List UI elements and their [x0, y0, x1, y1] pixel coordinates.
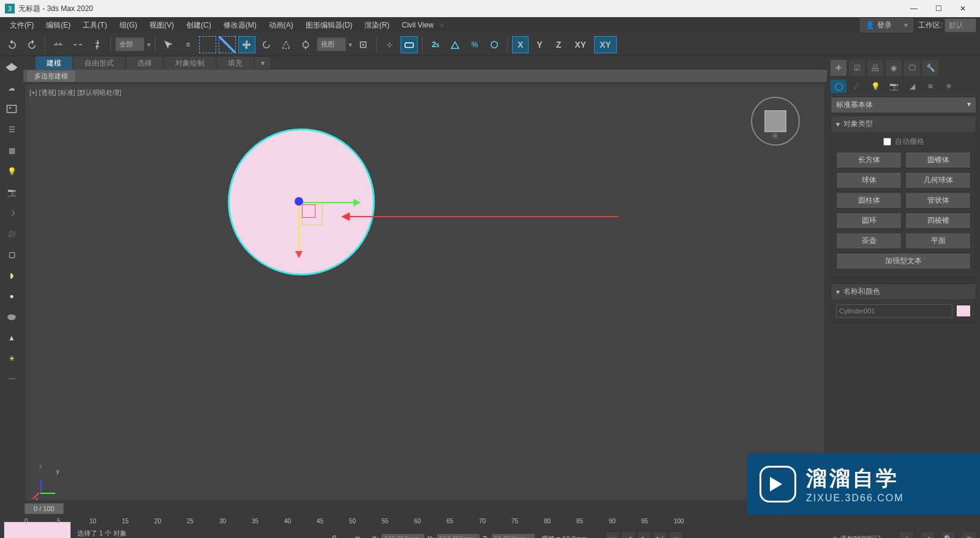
cone-icon[interactable]: ▲	[3, 329, 20, 346]
spacewarps-subtab[interactable]: ≋	[922, 80, 938, 93]
next-frame-button[interactable]: ▶|	[653, 531, 668, 538]
pyramid-button[interactable]: 四棱锥	[905, 212, 971, 229]
light-icon[interactable]: 💡	[3, 163, 20, 180]
sphere-icon[interactable]: ●	[3, 288, 20, 305]
tab-modeling[interactable]: 建模	[36, 56, 72, 70]
hierarchy-tab[interactable]: 品	[867, 60, 883, 76]
cylinder-button[interactable]: 圆柱体	[836, 192, 902, 209]
object-name-input[interactable]	[836, 304, 952, 318]
selection-filter[interactable]: 全部	[115, 37, 145, 51]
tab-freeform[interactable]: 自由形式	[74, 56, 125, 70]
plane-button[interactable]: 平面	[905, 233, 971, 249]
viewport-nav-1[interactable]: ⊹	[899, 531, 914, 538]
menu-group[interactable]: 组(G)	[113, 18, 143, 33]
select-scale-button[interactable]	[277, 36, 295, 53]
rollout-header-object-type[interactable]: ▾对象类型	[831, 116, 976, 132]
object-color-swatch[interactable]	[956, 305, 971, 317]
dome-icon[interactable]: ◗	[3, 267, 20, 284]
use-pivot-center-button[interactable]	[355, 36, 372, 53]
gizmo-y-axis[interactable]	[298, 202, 300, 257]
create-tab[interactable]: ✚	[831, 60, 846, 76]
geometry-subtab[interactable]: ◯	[831, 80, 846, 93]
lights-subtab[interactable]: 💡	[867, 80, 883, 93]
restrict-x-button[interactable]: X	[512, 36, 529, 53]
goto-end-button[interactable]: ⏭	[669, 531, 684, 538]
selection-lock-icon[interactable]: 🔒	[326, 530, 343, 538]
viewport-nav-4[interactable]: ⟳	[962, 531, 976, 538]
select-region-button[interactable]	[199, 36, 216, 53]
redo-button[interactable]	[23, 36, 40, 53]
angle-snap-button[interactable]	[447, 36, 464, 53]
teapot2-icon[interactable]	[3, 308, 20, 326]
ref-coord-system[interactable]: 视图	[317, 37, 346, 51]
restrict-y-button[interactable]: Y	[531, 36, 548, 53]
square-icon[interactable]: ▢	[3, 246, 20, 263]
maximize-button[interactable]: ☐	[926, 0, 951, 17]
teapot-icon[interactable]	[3, 59, 20, 76]
sphere-button[interactable]: 球体	[836, 172, 902, 189]
gizmo-x-axis[interactable]	[298, 202, 360, 203]
select-move-button[interactable]	[238, 36, 255, 53]
camera-icon[interactable]: 📷	[3, 184, 20, 201]
viewport-label[interactable]: [+] [透视] [标准] [默认明暗处理]	[29, 88, 121, 97]
autogrid-checkbox[interactable]: 自动栅格	[836, 136, 971, 147]
spinner-snap-button[interactable]	[486, 36, 503, 53]
z-coord-input[interactable]	[491, 533, 535, 538]
grid-icon[interactable]: ▦	[3, 142, 20, 159]
time-slider-thumb[interactable]: 0 / 100	[24, 503, 64, 514]
goto-start-button[interactable]: ⏮	[605, 531, 620, 538]
prev-frame-button[interactable]: ◀	[621, 531, 636, 538]
videocam-icon[interactable]: 🎥	[3, 225, 20, 242]
keyboard-shortcut-override-button[interactable]	[401, 36, 418, 53]
select-place-button[interactable]	[297, 36, 314, 53]
menu-tools[interactable]: 工具(T)	[77, 18, 113, 33]
undo-button[interactable]	[4, 36, 21, 53]
select-object-button[interactable]	[160, 36, 177, 53]
percent-snap-button[interactable]: %	[466, 36, 483, 53]
menu-file[interactable]: 文件(F)	[4, 18, 40, 33]
play-button[interactable]: ▶	[637, 531, 652, 538]
sign-in-button[interactable]: 👤 登录 ▾	[860, 18, 913, 32]
textplus-button[interactable]: 加强型文本	[836, 253, 971, 269]
list-icon[interactable]: ☰	[3, 121, 20, 138]
helpers-subtab[interactable]: ◢	[904, 80, 920, 93]
select-manipulate-button[interactable]: ⊹	[381, 36, 398, 53]
transform-type-in-icon[interactable]: ⊞	[349, 530, 366, 538]
tube-button[interactable]: 管状体	[905, 192, 971, 209]
menu-civilview[interactable]: Civil View	[396, 18, 440, 32]
tab-populate[interactable]: 填充	[217, 56, 254, 70]
cone-button[interactable]: 圆锥体	[905, 152, 971, 168]
menu-create[interactable]: 创建(C)	[180, 18, 217, 33]
image-icon[interactable]	[3, 100, 20, 118]
timetag-icon[interactable]: ⊙	[832, 535, 838, 539]
menu-rendering[interactable]: 渲染(R)	[358, 18, 396, 33]
bind-button[interactable]	[89, 36, 106, 53]
torus-button[interactable]: 圆环	[836, 212, 902, 229]
time-ruler[interactable]: 0510152025303540455055606570758085909510…	[0, 515, 980, 527]
tab-selection[interactable]: 选择	[126, 56, 163, 70]
unlink-button[interactable]	[69, 36, 86, 53]
menu-views[interactable]: 视图(V)	[143, 18, 180, 33]
viewport-nav-2[interactable]: ⤢	[920, 531, 935, 538]
geosphere-button[interactable]: 几何球体	[905, 172, 971, 189]
move-gizmo[interactable]	[298, 201, 372, 274]
snap-toggle-button[interactable]: 2₅	[427, 36, 444, 53]
select-by-name-button[interactable]: ≡	[179, 36, 197, 53]
viewport[interactable]: [+] [透视] [标准] [默认明暗处理] 南	[26, 84, 824, 500]
restrict-z-button[interactable]: Z	[551, 36, 567, 53]
restrict-xyz-button[interactable]: XY	[594, 36, 617, 53]
window-crossing-button[interactable]	[219, 36, 236, 53]
systems-subtab[interactable]: ✳	[941, 80, 957, 93]
sun-icon[interactable]: ☀	[3, 350, 20, 367]
viewcube[interactable]: 南	[751, 97, 800, 146]
x-coord-input[interactable]	[381, 533, 425, 538]
select-rotate-button[interactable]	[258, 36, 275, 53]
close-button[interactable]: ✕	[951, 0, 975, 17]
menu-edit[interactable]: 编辑(E)	[40, 18, 77, 33]
rollout-header-name-color[interactable]: ▾名称和颜色	[831, 284, 976, 299]
tab-expand[interactable]: ▾	[255, 57, 271, 69]
add-time-tag[interactable]: 添加时间标记	[840, 534, 881, 539]
teapot-button[interactable]: 茶壶	[836, 233, 902, 249]
modify-tab[interactable]: ☑	[849, 60, 865, 76]
shapes-subtab[interactable]: ☄	[849, 80, 865, 93]
